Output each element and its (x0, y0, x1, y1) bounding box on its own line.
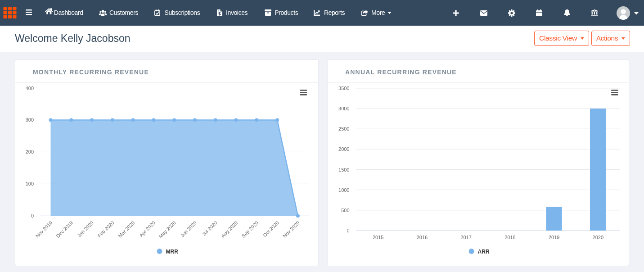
svg-text:200: 200 (26, 149, 34, 154)
svg-text:MRR: MRR (166, 249, 179, 255)
svg-text:100: 100 (26, 181, 34, 186)
svg-text:2016: 2016 (417, 235, 428, 240)
svg-text:Apr 2020: Apr 2020 (138, 220, 156, 238)
svg-text:2000: 2000 (338, 146, 349, 152)
svg-text:2017: 2017 (460, 235, 471, 240)
svg-text:2015: 2015 (373, 235, 383, 240)
svg-text:Nov 2019: Nov 2019 (35, 220, 54, 239)
svg-text:Jan 2020: Jan 2020 (77, 220, 95, 238)
svg-text:2019: 2019 (549, 235, 559, 240)
svg-text:2018: 2018 (504, 235, 515, 240)
svg-text:Mar 2020: Mar 2020 (117, 220, 135, 238)
svg-text:300: 300 (26, 117, 34, 122)
svg-text:0: 0 (347, 228, 349, 233)
svg-text:Dec 2019: Dec 2019 (55, 220, 74, 239)
svg-text:1000: 1000 (338, 187, 349, 193)
svg-text:Nov 2020: Nov 2020 (282, 220, 301, 239)
svg-text:ANNUAL RECURRING REVENUE: ANNUAL RECURRING REVENUE (345, 68, 457, 76)
svg-text:3000: 3000 (338, 106, 349, 111)
svg-text:Aug 2020: Aug 2020 (220, 220, 239, 239)
svg-text:May 2020: May 2020 (158, 220, 177, 239)
svg-text:0: 0 (31, 213, 34, 218)
svg-text:1500: 1500 (338, 167, 349, 172)
svg-text:Jul 2020: Jul 2020 (201, 220, 218, 237)
svg-text:MONTHLY RECURRING REVENUE: MONTHLY RECURRING REVENUE (33, 68, 149, 76)
svg-text:Feb 2020: Feb 2020 (96, 220, 115, 238)
svg-text:ARR: ARR (478, 249, 490, 255)
svg-text:Sep 2020: Sep 2020 (240, 220, 259, 239)
svg-text:Jun 2020: Jun 2020 (179, 220, 197, 238)
svg-text:2500: 2500 (338, 126, 349, 131)
svg-text:Oct 2020: Oct 2020 (262, 220, 280, 238)
svg-text:2020: 2020 (593, 235, 603, 240)
svg-text:400: 400 (26, 86, 34, 91)
svg-text:3500: 3500 (338, 86, 349, 91)
svg-text:500: 500 (341, 208, 349, 213)
